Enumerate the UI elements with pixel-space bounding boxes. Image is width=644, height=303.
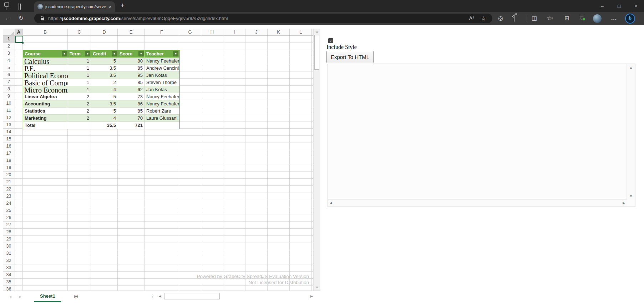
selection-fill-handle[interactable] (22, 42, 24, 44)
row-header-15[interactable]: 15 (3, 136, 15, 143)
workspaces-icon[interactable] (6, 4, 6, 10)
row-header-23[interactable]: 23 (3, 193, 15, 200)
row-header-34[interactable]: 34 (3, 272, 15, 279)
filter-dropdown-icon[interactable]: ▼ (112, 51, 117, 56)
column-header-l[interactable]: L (290, 29, 312, 35)
column-header-j[interactable]: J (245, 29, 268, 35)
cell-term[interactable]: 1 (68, 65, 91, 71)
table-header-term[interactable]: Term▼ (68, 50, 91, 58)
output-scroll-up-icon[interactable]: ▲ (629, 66, 633, 69)
profile-avatar[interactable] (593, 14, 602, 23)
cell-teacher[interactable]: Andrew Cencini (145, 65, 179, 71)
row-header-18[interactable]: 18 (3, 157, 15, 164)
cell-score[interactable]: 85 (118, 79, 145, 86)
column-header-g[interactable]: G (179, 29, 201, 35)
column-header-b[interactable]: B (23, 29, 68, 35)
prev-sheet-icon[interactable]: ◂ (9, 294, 11, 299)
new-tab-button[interactable]: + (121, 1, 125, 9)
tab-actions-icon[interactable] (19, 4, 19, 10)
more-options-icon[interactable]: … (611, 15, 617, 22)
cell-course[interactable]: Political Economy (23, 72, 68, 79)
browser-essentials-icon[interactable]: ♡ (579, 15, 584, 21)
cell-empty[interactable] (68, 122, 91, 129)
table-header-course[interactable]: Course▼ (23, 50, 68, 58)
cell-score[interactable]: 85 (118, 108, 145, 114)
cell-teacher[interactable]: Laura Giussani (145, 115, 179, 121)
scroll-down-icon[interactable]: ▼ (314, 286, 320, 289)
filter-dropdown-icon[interactable]: ▼ (173, 51, 178, 56)
row-header-29[interactable]: 29 (3, 236, 15, 243)
cell-term[interactable]: 1 (68, 58, 91, 64)
cell-total-credit[interactable]: 35.5 (91, 122, 118, 129)
cell-term[interactable]: 1 (68, 72, 91, 79)
row-header-14[interactable]: 14 (3, 129, 15, 136)
export-output-area[interactable]: ▲ ▼ ◀ ▶ (328, 64, 635, 207)
cell-term[interactable]: 2 (68, 100, 91, 107)
scroll-left-icon[interactable]: ◀ (159, 294, 161, 298)
close-button[interactable]: × (628, 0, 644, 12)
row-header-32[interactable]: 32 (3, 257, 15, 264)
cell-score[interactable]: 95 (118, 72, 145, 79)
tabstrip-resize-gripper[interactable]: ⋮ (151, 294, 155, 299)
row-header-2[interactable]: 2 (3, 43, 15, 50)
horizontal-scroll-thumb[interactable] (164, 293, 220, 299)
table-header-score[interactable]: Score▼ (118, 50, 145, 58)
output-horizontal-scrollbar[interactable]: ◀ ▶ (328, 199, 627, 207)
row-header-16[interactable]: 16 (3, 143, 15, 150)
address-bar[interactable]: https://jscodemine.grapecity.com/serve/s… (34, 14, 492, 23)
select-all-corner[interactable] (3, 29, 15, 36)
extensions-icon[interactable] (514, 15, 514, 22)
scroll-right-icon[interactable]: ▶ (310, 294, 313, 298)
cell-course[interactable]: Basic of Computer (23, 79, 68, 86)
vertical-scroll-thumb[interactable] (314, 35, 319, 70)
grid-cell-area[interactable]: Course▼Term▼Credit▼Score▼Teacher▼Calculu… (15, 36, 313, 290)
column-header-f[interactable]: F (144, 29, 179, 35)
grid-vertical-scrollbar[interactable]: ▲ ▼ (313, 29, 320, 290)
cell-teacher[interactable]: Jan Kotas (145, 86, 179, 93)
cell-score[interactable]: 80 (118, 58, 145, 64)
cell-credit[interactable]: 4 (91, 115, 118, 121)
row-header-33[interactable]: 33 (3, 264, 15, 272)
row-header-12[interactable]: 12 (3, 114, 15, 121)
cell-teacher[interactable]: Robert Zare (145, 108, 179, 114)
cell-credit[interactable]: 3.5 (91, 65, 118, 71)
column-header-k[interactable]: K (268, 29, 290, 35)
cell-credit[interactable]: 5 (91, 58, 118, 64)
split-screen-icon[interactable]: ◫ (532, 15, 537, 22)
row-header-7[interactable]: 7 (3, 79, 15, 86)
cell-credit[interactable]: 3.5 (91, 72, 118, 79)
filter-dropdown-icon[interactable]: ▼ (138, 51, 144, 56)
cell-teacher[interactable]: Steven Thorpe (145, 79, 179, 86)
row-header-8[interactable]: 8 (3, 86, 15, 93)
cell-teacher[interactable]: Nancy Feehafer (145, 100, 179, 107)
table-header-teacher[interactable]: Teacher▼ (145, 50, 179, 58)
browser-tab[interactable]: jscodemine.grapecity.com/serve/ × (34, 1, 115, 12)
row-header-4[interactable]: 4 (3, 57, 15, 64)
add-sheet-icon[interactable]: ⊕ (73, 293, 78, 300)
read-aloud-icon[interactable]: A (469, 15, 474, 21)
row-header-6[interactable]: 6 (3, 71, 15, 79)
column-header-a[interactable]: A (15, 29, 23, 35)
row-header-11[interactable]: 11 (3, 107, 15, 114)
cell-score[interactable]: 73 (118, 93, 145, 100)
row-header-24[interactable]: 24 (3, 200, 15, 207)
cell-credit[interactable]: 5 (91, 108, 118, 114)
cell-teacher[interactable]: Jan Kotas (145, 72, 179, 79)
cell-credit[interactable]: 3.5 (91, 100, 118, 107)
row-header-25[interactable]: 25 (3, 207, 15, 214)
row-header-31[interactable]: 31 (3, 250, 15, 257)
row-header-26[interactable]: 26 (3, 214, 15, 222)
filter-dropdown-icon[interactable]: ▼ (85, 51, 90, 56)
row-header-17[interactable]: 17 (3, 150, 15, 157)
column-header-i[interactable]: I (223, 29, 245, 35)
sheet-tab-sheet1[interactable]: Sheet1 (34, 291, 61, 302)
minimize-button[interactable]: – (594, 0, 610, 12)
row-header-28[interactable]: 28 (3, 229, 15, 236)
row-header-1[interactable]: 1 (3, 36, 15, 43)
cell-credit[interactable]: 2 (91, 79, 118, 86)
row-header-3[interactable]: 3 (3, 50, 15, 57)
cell-course[interactable]: Micro Economics (23, 86, 68, 93)
output-scroll-left-icon[interactable]: ◀ (330, 201, 332, 205)
copilot-icon[interactable]: b (625, 14, 635, 24)
row-header-20[interactable]: 20 (3, 172, 15, 179)
